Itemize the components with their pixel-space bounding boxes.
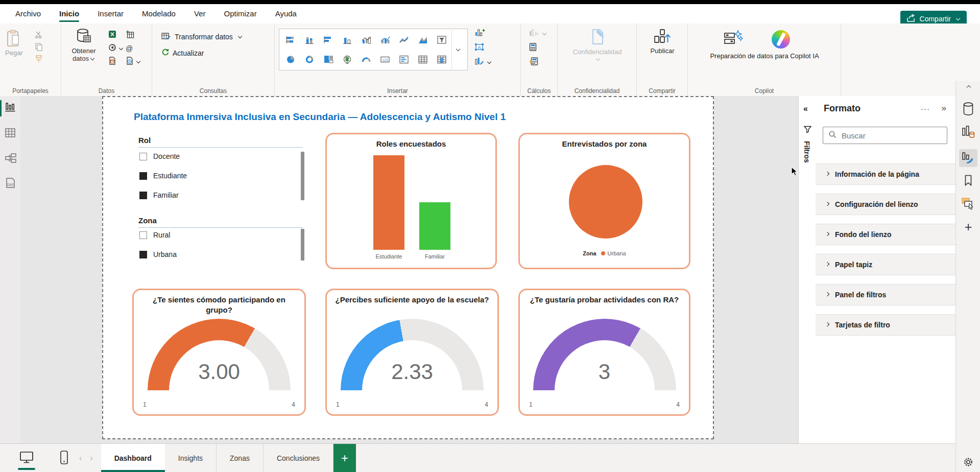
collapse-ribbon-button[interactable]: [965, 86, 971, 90]
format-section-5[interactable]: Panel de filtros: [816, 284, 955, 305]
next-page-button[interactable]: ›: [90, 454, 92, 463]
gauge-visual-icon[interactable]: [362, 55, 371, 64]
new-visual-button[interactable]: [475, 28, 492, 40]
copilot-prep-label[interactable]: Preparación de datos para Copilot IA: [693, 52, 836, 60]
clustered-bar-visual-icon[interactable]: [324, 36, 333, 44]
donut-visual-icon[interactable]: [305, 55, 315, 64]
semantic-models-button[interactable]: [108, 42, 126, 55]
table-visual-icon[interactable]: [418, 55, 428, 64]
menu-item-inicio[interactable]: Inicio: [59, 4, 79, 23]
dax-query-view-button[interactable]: DAX: [5, 178, 17, 190]
report-view-button[interactable]: [5, 102, 17, 114]
menu-item-optimizar[interactable]: Optimizar: [224, 4, 256, 23]
page-tab-dashboard[interactable]: Dashboard: [101, 444, 165, 472]
checkbox-icon[interactable]: [139, 153, 147, 160]
card-visual-icon[interactable]: 123: [380, 55, 390, 64]
model-view-button[interactable]: [5, 153, 17, 166]
format-section-3[interactable]: Fondo del lienzo: [816, 224, 955, 245]
page-tab-zonas[interactable]: Zonas: [217, 444, 264, 472]
format-section-1[interactable]: Información de la página: [816, 163, 955, 185]
format-section-2[interactable]: Configuración del lienzo: [816, 194, 955, 215]
collapse-format-pane-button[interactable]: »: [942, 103, 946, 113]
checkbox-icon[interactable]: [139, 251, 147, 258]
table-view-button[interactable]: [5, 128, 17, 140]
slicer-rol-scrollbar[interactable]: [301, 152, 304, 200]
clustered-column-visual-icon[interactable]: [343, 36, 352, 44]
enter-data-button[interactable]: [126, 29, 143, 41]
text-box-button[interactable]: A: [475, 42, 492, 54]
previous-page-button[interactable]: ‹: [79, 454, 82, 463]
gauge-visual-2[interactable]: ¿Percibes suficiente apoyo de la escuela…: [325, 289, 499, 416]
format-painter-button[interactable]: [35, 54, 43, 66]
line-clustered-column-combo-visual-icon[interactable]: [380, 36, 390, 44]
copy-button[interactable]: [35, 42, 43, 54]
add-pane-button[interactable]: +: [964, 222, 972, 232]
bookmarks-pane-button[interactable]: [964, 175, 973, 186]
slicer-item-familiar[interactable]: Familiar: [139, 191, 179, 199]
format-search-input[interactable]: [841, 131, 935, 140]
selection-pane-button[interactable]: [961, 197, 975, 210]
refresh-button[interactable]: Actualizar: [161, 47, 204, 59]
map-visual-icon[interactable]: [343, 55, 352, 64]
slicer-visual-icon[interactable]: [437, 36, 447, 44]
format-section-6[interactable]: Tarjetas de filtro: [816, 314, 955, 336]
quick-measure-button[interactable]: [529, 56, 547, 68]
checkbox-icon[interactable]: [139, 192, 147, 199]
page-tab-insights[interactable]: Insights: [165, 444, 217, 472]
build-visual-pane-button[interactable]: [962, 126, 975, 138]
matrix-visual-icon[interactable]: [437, 55, 447, 64]
cut-button[interactable]: [35, 30, 43, 42]
gallery-expand-button[interactable]: [451, 30, 463, 69]
line-stacked-column-combo-visual-icon[interactable]: [362, 36, 371, 44]
multi-row-card-visual-icon[interactable]: [399, 55, 409, 64]
slicer-item-rural[interactable]: Rural: [139, 231, 170, 239]
excel-workbook-button[interactable]: [108, 29, 126, 41]
sensitivity-button[interactable]: Confidencialidad: [558, 28, 637, 61]
slicer-item-estudiante[interactable]: Estudiante: [139, 172, 187, 180]
expand-filters-button[interactable]: «: [803, 104, 808, 113]
copilot-logo-icon[interactable]: [772, 30, 790, 49]
menu-item-insertar[interactable]: Insertar: [98, 4, 124, 23]
recent-sources-button[interactable]: [126, 56, 143, 68]
stacked-bar-visual-icon[interactable]: [286, 36, 296, 44]
gauge-visual-3[interactable]: ¿Te gustaría probar actividades con RA? …: [518, 289, 690, 416]
desktop-layout-button[interactable]: [19, 451, 34, 466]
format-section-4[interactable]: Papel tapiz: [816, 254, 955, 275]
format-search-box[interactable]: [823, 127, 947, 144]
slicer-item-urbana[interactable]: Urbana: [139, 250, 177, 258]
report-page[interactable]: Plataforma Inmersiva Inclusiva en Secund…: [102, 96, 714, 439]
slicer-zona-scrollbar[interactable]: [301, 229, 304, 261]
publish-button[interactable]: Publicar: [637, 29, 688, 55]
menu-item-ayuda[interactable]: Ayuda: [275, 4, 297, 23]
slicer-item-docente[interactable]: Docente: [139, 152, 180, 160]
checkbox-icon[interactable]: [139, 172, 147, 180]
transform-data-button[interactable]: Transformar datos: [161, 31, 243, 43]
pie-chart-visual[interactable]: Entrevistados por zona Zona Urbana: [518, 133, 690, 269]
area-visual-icon[interactable]: [418, 36, 428, 44]
report-title[interactable]: Plataforma Inmersiva Inclusiva en Secund…: [134, 111, 506, 123]
menu-item-archivo[interactable]: Archivo: [15, 4, 41, 23]
menu-item-ver[interactable]: Ver: [194, 4, 206, 23]
new-column-button[interactable]: [529, 42, 547, 54]
gauge-visual-1[interactable]: ¿Te sientes cómodo participando en grupo…: [132, 289, 306, 416]
filters-pane-label[interactable]: Filtros: [803, 141, 811, 163]
dataverse-button[interactable]: @: [126, 42, 143, 55]
checkbox-icon[interactable]: [139, 231, 147, 239]
sql-server-button[interactable]: [108, 56, 126, 68]
settings-gear-icon[interactable]: [963, 457, 974, 467]
copilot-data-prep-icon[interactable]: [724, 30, 743, 49]
menu-item-modelado[interactable]: Modelado: [142, 4, 176, 23]
format-more-options-button[interactable]: ···: [921, 104, 930, 113]
paste-button[interactable]: Pegar: [5, 30, 23, 57]
get-data-button[interactable]: Obtener datos: [67, 29, 100, 63]
bar-chart-visual[interactable]: Roles encuestados EstudianteFamiliar: [325, 133, 497, 269]
format-pane-button[interactable]: [959, 149, 977, 167]
line-visual-icon[interactable]: [399, 36, 409, 44]
stacked-column-visual-icon[interactable]: [305, 36, 315, 44]
pie-visual-icon[interactable]: [286, 55, 296, 64]
mobile-layout-button[interactable]: [60, 451, 68, 466]
treemap-visual-icon[interactable]: [324, 55, 333, 64]
new-page-button[interactable]: +: [333, 444, 356, 472]
more-visuals-button[interactable]: [475, 56, 492, 68]
page-tab-conclusiones[interactable]: Conclusiones: [264, 444, 333, 472]
